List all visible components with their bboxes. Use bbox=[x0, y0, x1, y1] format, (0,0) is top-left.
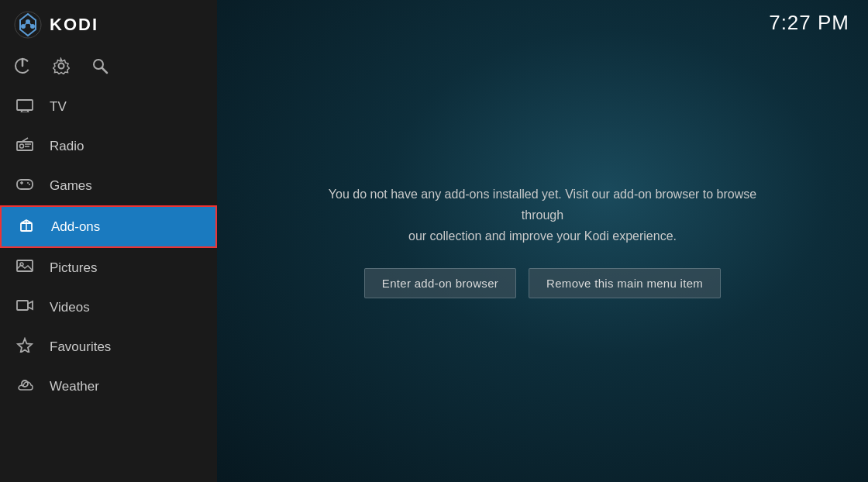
search-icon bbox=[91, 57, 108, 74]
message-line2: our collection and improve your Kodi exp… bbox=[408, 229, 677, 243]
videos-icon bbox=[14, 298, 36, 317]
action-buttons: Enter add-on browser Remove this main me… bbox=[364, 268, 721, 298]
svg-point-9 bbox=[59, 64, 64, 69]
power-icon bbox=[14, 57, 31, 74]
main-menu: TV Radio Games bbox=[0, 87, 217, 482]
svg-point-25 bbox=[27, 182, 29, 184]
tv-icon bbox=[14, 97, 36, 116]
weather-icon bbox=[14, 377, 36, 396]
svg-marker-33 bbox=[28, 301, 33, 309]
sidebar-item-weather-label: Weather bbox=[50, 379, 99, 394]
sidebar-item-pictures[interactable]: Pictures bbox=[0, 248, 217, 287]
time-display: 7:27 PM bbox=[769, 11, 849, 35]
power-button[interactable] bbox=[14, 57, 31, 74]
sidebar-item-games-label: Games bbox=[50, 178, 92, 194]
radio-icon bbox=[14, 136, 36, 156]
sidebar-item-radio-label: Radio bbox=[50, 139, 84, 154]
settings-icon bbox=[53, 57, 70, 74]
message-line1: You do not have any add-ons installed ye… bbox=[329, 188, 756, 222]
sidebar-item-tv[interactable]: TV bbox=[0, 87, 217, 126]
favourites-icon bbox=[14, 337, 36, 356]
svg-line-11 bbox=[102, 68, 108, 74]
svg-rect-12 bbox=[17, 100, 33, 110]
sidebar-item-videos[interactable]: Videos bbox=[0, 287, 217, 327]
svg-point-26 bbox=[29, 184, 30, 185]
remove-menu-item-button[interactable]: Remove this main menu item bbox=[529, 268, 721, 298]
sidebar: KODI bbox=[0, 0, 217, 482]
svg-point-17 bbox=[20, 144, 24, 148]
kodi-logo-icon bbox=[14, 11, 42, 39]
svg-point-0 bbox=[15, 12, 41, 38]
sidebar-item-pictures-label: Pictures bbox=[50, 260, 97, 276]
settings-button[interactable] bbox=[53, 57, 70, 74]
sidebar-item-favourites-label: Favourites bbox=[50, 339, 111, 355]
svg-marker-34 bbox=[18, 339, 32, 353]
pictures-icon bbox=[14, 258, 36, 277]
games-icon bbox=[14, 176, 36, 195]
sidebar-item-weather[interactable]: Weather bbox=[0, 367, 217, 406]
sidebar-item-videos-label: Videos bbox=[50, 300, 90, 315]
sidebar-item-radio[interactable]: Radio bbox=[0, 126, 217, 166]
main-message: You do not have any add-ons installed ye… bbox=[310, 184, 775, 247]
app-title: KODI bbox=[50, 15, 98, 35]
sidebar-item-games[interactable]: Games bbox=[0, 166, 217, 205]
sidebar-item-favourites[interactable]: Favourites bbox=[0, 327, 217, 367]
svg-rect-32 bbox=[17, 301, 28, 310]
app-header: KODI bbox=[0, 0, 217, 50]
sidebar-item-addons-label: Add-ons bbox=[51, 219, 100, 235]
addons-icon bbox=[16, 217, 37, 236]
enter-addon-browser-button[interactable]: Enter add-on browser bbox=[364, 268, 516, 298]
sidebar-item-addons[interactable]: Add-ons bbox=[0, 205, 217, 248]
search-button[interactable] bbox=[91, 57, 108, 74]
sidebar-item-tv-label: TV bbox=[50, 99, 67, 115]
toolbar-icons bbox=[0, 50, 217, 87]
main-content: 7:27 PM You do not have any add-ons inst… bbox=[217, 0, 868, 482]
